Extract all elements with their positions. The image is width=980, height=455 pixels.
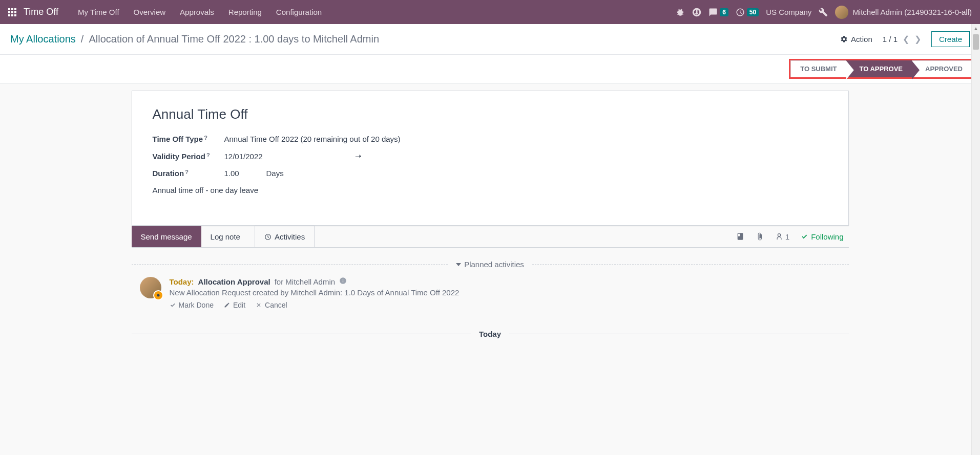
arrow-right-icon: ➝	[355, 151, 362, 161]
scrollbar-up-icon[interactable]: ▲	[972, 24, 980, 33]
nav-reporting[interactable]: Reporting	[221, 8, 269, 16]
chatter-tabs: Send message Log note Activities 1	[132, 226, 849, 248]
clock-icon	[264, 233, 272, 241]
company-selector[interactable]: US Company	[766, 8, 811, 16]
status-to-submit[interactable]: TO SUBMIT	[790, 60, 846, 77]
form-description: Annual time off - one day leave	[153, 186, 828, 194]
planned-title-text: Planned activities	[464, 260, 524, 269]
planned-title[interactable]: Planned activities	[448, 260, 532, 269]
label-validity: Validity Period?	[153, 152, 224, 161]
scrollbar[interactable]: ▲	[971, 24, 980, 343]
chatter: Send message Log note Activities 1	[132, 226, 849, 343]
edit-label: Edit	[233, 301, 245, 309]
pager-next-icon[interactable]: ❯	[914, 34, 921, 44]
row-validity: Validity Period? 12/01/2022 ➝	[153, 151, 828, 161]
status-highlight-box: TO SUBMIT TO APPROVE APPROVED	[789, 59, 974, 79]
nav-overview[interactable]: Overview	[127, 8, 173, 16]
user-name: Mitchell Admin (21490321-16-0-all)	[852, 8, 972, 16]
breadcrumb-current: Allocation of Annual Time Off 2022 : 1.0…	[89, 33, 379, 45]
form-area: Annual Time Off Time Off Type? Annual Ti…	[0, 83, 980, 343]
activity-name: Allocation Approval	[198, 277, 270, 286]
action-dropdown[interactable]: Action	[840, 35, 872, 44]
nav-configuration[interactable]: Configuration	[269, 8, 329, 16]
status-bar: TO SUBMIT TO APPROVE APPROVED	[0, 55, 980, 83]
planned-header: Planned activities	[132, 260, 849, 269]
breadcrumb-actions: Action 1 / 1 ❮ ❯ Create	[840, 31, 970, 47]
today-section: Today	[132, 314, 849, 343]
breadcrumb-bar: My Allocations / Allocation of Annual Ti…	[0, 24, 980, 55]
row-duration: Duration? 1.00 Days	[153, 169, 828, 178]
book-icon[interactable]	[736, 232, 744, 241]
cancel-button[interactable]: Cancel	[256, 301, 287, 309]
scrollbar-thumb[interactable]	[973, 34, 979, 50]
edit-button[interactable]: Edit	[224, 301, 245, 309]
activity-item: Today: Allocation Approval for Mitchell …	[132, 277, 849, 309]
tab-log-note[interactable]: Log note	[201, 226, 249, 247]
activity-today-label: Today:	[170, 277, 194, 286]
followers-count[interactable]: 1	[775, 232, 789, 241]
pager-prev-icon[interactable]: ❮	[903, 34, 909, 44]
create-button[interactable]: Create	[931, 31, 970, 47]
activity-type-badge-icon	[153, 290, 163, 300]
label-validity-text: Validity Period	[153, 152, 205, 161]
today-header: Today	[132, 330, 849, 338]
support-icon[interactable]	[692, 8, 701, 17]
value-duration: 1.00	[224, 169, 266, 178]
activity-body: Today: Allocation Approval for Mitchell …	[170, 277, 841, 309]
close-icon	[256, 302, 262, 308]
breadcrumb-parent[interactable]: My Allocations	[10, 33, 76, 45]
nav-approvals[interactable]: Approvals	[173, 8, 221, 16]
pencil-icon	[224, 302, 230, 308]
caret-down-icon	[456, 262, 461, 267]
tab-send-message[interactable]: Send message	[132, 226, 201, 247]
breadcrumb: My Allocations / Allocation of Annual Ti…	[10, 33, 379, 45]
help-icon[interactable]: ?	[206, 152, 210, 158]
nav-my-time-off[interactable]: My Time Off	[71, 8, 127, 16]
user-menu[interactable]: Mitchell Admin (21490321-16-0-all)	[835, 6, 972, 19]
chatter-right: 1 Following	[736, 232, 849, 241]
apps-icon[interactable]	[8, 8, 16, 16]
svg-point-2	[778, 234, 780, 236]
gear-icon	[840, 35, 848, 43]
check-icon	[170, 302, 176, 308]
mark-done-button[interactable]: Mark Done	[170, 301, 214, 309]
person-icon	[775, 232, 783, 241]
value-type: Annual Time Off 2022 (20 remaining out o…	[224, 135, 401, 143]
bug-icon[interactable]	[676, 8, 685, 17]
activity-avatar[interactable]	[140, 277, 161, 298]
activity-header: Today: Allocation Approval for Mitchell …	[170, 277, 841, 286]
value-duration-unit: Days	[266, 169, 284, 178]
label-duration: Duration?	[153, 169, 224, 178]
breadcrumb-separator: /	[81, 33, 84, 45]
action-label: Action	[851, 35, 872, 44]
mark-done-label: Mark Done	[179, 301, 214, 309]
messages-icon[interactable]: 6	[708, 8, 728, 17]
help-icon[interactable]: ?	[204, 135, 207, 141]
following-button[interactable]: Following	[801, 232, 843, 241]
tab-activities-label: Activities	[275, 232, 305, 241]
label-duration-text: Duration	[153, 169, 184, 178]
today-title: Today	[471, 330, 509, 338]
app-title[interactable]: Time Off	[24, 7, 58, 17]
clock-icon[interactable]: 50	[736, 8, 759, 17]
activity-description: New Allocation Request created by Mitche…	[170, 288, 841, 297]
attachment-icon[interactable]	[756, 232, 764, 241]
activity-actions: Mark Done Edit Cancel	[170, 301, 841, 309]
follower-count-value: 1	[785, 232, 789, 241]
status-approved[interactable]: APPROVED	[912, 60, 972, 77]
navbar-right: 6 50 US Company Mitchell Admin (21490321…	[676, 6, 972, 19]
help-icon[interactable]: ?	[185, 169, 189, 175]
row-type: Time Off Type? Annual Time Off 2022 (20 …	[153, 135, 828, 143]
activity-for: for Mitchell Admin	[275, 277, 335, 286]
pager-text: 1 / 1	[883, 35, 898, 44]
form-sheet: Annual Time Off Time Off Type? Annual Ti…	[132, 91, 849, 226]
tab-activities[interactable]: Activities	[255, 226, 315, 247]
following-label: Following	[811, 232, 843, 241]
status-to-approve[interactable]: TO APPROVE	[846, 60, 912, 77]
value-validity-from: 12/01/2022	[224, 152, 263, 161]
clock-badge: 50	[747, 8, 759, 16]
svg-point-3	[157, 294, 159, 297]
info-icon[interactable]	[339, 277, 347, 286]
tools-icon[interactable]	[819, 8, 828, 17]
messages-badge: 6	[720, 8, 728, 16]
